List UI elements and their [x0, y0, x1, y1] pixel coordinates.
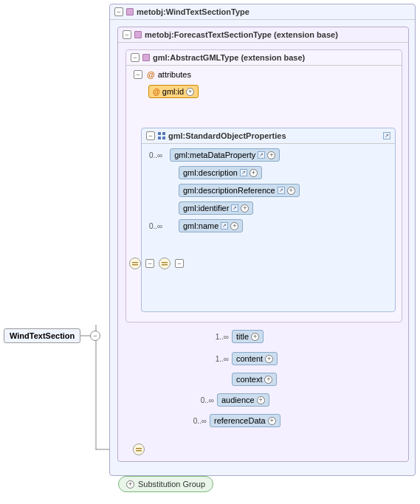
cardinality-name: 0..∞	[149, 222, 171, 230]
label-standardobjectproperties: gml:StandardObjectProperties	[168, 131, 286, 140]
collapse-abstractgmltype[interactable]: −	[131, 53, 140, 62]
gmlid-node[interactable]: @ gml:id +	[148, 85, 199, 98]
add-audience[interactable]: +	[257, 396, 265, 404]
cardinality-title: 1..∞	[207, 333, 229, 341]
descriptionreference-row: gml:descriptionReference ↗ +	[142, 181, 395, 199]
panel-abstractgmltype: − gml:AbstractGMLType (extension base) −…	[125, 49, 402, 322]
windtextsection-node: WindTextSection	[4, 328, 80, 343]
panel-title-standardobjectproperties: − gml:StandardObjectProperties	[142, 128, 395, 144]
referencedata-node[interactable]: referenceData +	[210, 414, 280, 427]
context-row: context +	[207, 373, 277, 386]
ext-link-descriptionreference[interactable]: ↗	[278, 187, 285, 194]
cardinality-audience: 0..∞	[192, 396, 214, 404]
context-node[interactable]: context +	[232, 373, 277, 386]
gml-description-node[interactable]: gml:description ↗ +	[179, 166, 262, 179]
ext-link-identifier[interactable]: ↗	[231, 204, 238, 212]
svg-rect-24	[162, 264, 168, 266]
seq-icon-bottom-container	[133, 443, 145, 455]
seq-icon-bottom[interactable]	[133, 443, 145, 455]
substitutiongroup-label: Substitution Group	[138, 480, 205, 489]
title-node[interactable]: title +	[232, 330, 264, 343]
content-node[interactable]: content +	[232, 352, 278, 365]
connector-minus-main[interactable]: −	[90, 331, 100, 341]
add-substitutiongroup[interactable]: +	[126, 480, 134, 489]
cardinality-referencedata: 0..∞	[185, 417, 207, 425]
add-identifier[interactable]: +	[241, 204, 249, 213]
gml-metadataproperty-node[interactable]: gml:metaDataProperty ↗ +	[170, 148, 280, 162]
svg-rect-21	[132, 262, 138, 263]
cardinality-metadataproperty: 0..∞	[149, 151, 162, 159]
attributes-row: − @ attributes	[126, 66, 402, 83]
collapse-seq-lower[interactable]: −	[145, 259, 154, 268]
collapse-windtextsectiontype[interactable]: −	[114, 7, 123, 16]
panel-forecasttextsectiontype: − metobj:ForecastTextSectionType (extens…	[117, 27, 409, 462]
gml-grid-icon	[158, 132, 165, 139]
seq-icon-right[interactable]	[159, 258, 171, 269]
ext-link-metadataproperty[interactable]: ↗	[258, 151, 265, 159]
collapse-forecasttextsectiontype[interactable]: −	[123, 30, 131, 39]
ext-link-standardobjectproperties[interactable]: ↗	[383, 132, 390, 139]
label-windtextsectiontype: metobj:WindTextSectionType	[137, 7, 249, 16]
add-name[interactable]: +	[230, 222, 238, 230]
type-icon-windtextsectiontype	[126, 8, 134, 15]
cardinality-content: 1..∞	[207, 355, 229, 363]
audience-row: 0..∞ audience +	[192, 393, 269, 407]
attributes-label: attributes	[158, 70, 191, 79]
collapse-seq-lower2[interactable]: −	[175, 259, 184, 268]
svg-rect-25	[136, 448, 142, 449]
add-descriptionreference[interactable]: +	[287, 187, 295, 195]
content-row: 1..∞ content +	[207, 352, 278, 365]
gmlid-label: gml:id	[162, 87, 184, 96]
add-context[interactable]: +	[264, 376, 272, 384]
identifier-row: gml:identifier ↗ +	[142, 199, 395, 216]
add-title[interactable]: +	[251, 333, 259, 341]
add-content[interactable]: +	[265, 355, 273, 363]
type-icon-forecasttextsectiontype	[134, 31, 142, 38]
label-forecasttextsectiontype: metobj:ForecastTextSectionType (extensio…	[145, 30, 338, 39]
description-row: gml:description ↗ +	[142, 163, 395, 181]
title-row: 1..∞ title +	[207, 330, 264, 343]
type-icon-abstractgmltype	[142, 54, 150, 61]
substitutiongroup-node[interactable]: + Substitution Group	[118, 476, 213, 492]
name-row: 0..∞ gml:name ↗ +	[142, 216, 395, 234]
seq-icon-left[interactable]	[129, 258, 141, 269]
collapse-attributes[interactable]: −	[134, 70, 142, 79]
label-abstractgmltype: gml:AbstractGMLType (extension base)	[153, 53, 305, 62]
svg-rect-26	[136, 450, 142, 452]
panel-title-abstractgmltype: − gml:AbstractGMLType (extension base)	[126, 50, 402, 66]
add-referencedata[interactable]: +	[268, 417, 276, 425]
gmlid-container: @ gml:id +	[126, 83, 402, 104]
panel-title-windtextsectiontype: − metobj:WindTextSectionType	[110, 4, 415, 20]
at-icon-gmlid: @	[153, 88, 160, 96]
panel-title-forecasttextsectiontype: − metobj:ForecastTextSectionType (extens…	[118, 27, 408, 43]
seq-row-lower: − −	[129, 258, 184, 269]
panel-windtextsectiontype: − metobj:WindTextSectionType − metobj:Fo…	[109, 4, 416, 476]
svg-rect-22	[132, 264, 138, 266]
gml-descriptionreference-node[interactable]: gml:descriptionReference ↗ +	[179, 184, 300, 197]
svg-rect-23	[162, 262, 168, 263]
metadataproperty-row: 0..∞ gml:metaDataProperty ↗ +	[142, 144, 395, 163]
windtextsection-label: WindTextSection	[10, 331, 75, 340]
audience-node[interactable]: audience +	[217, 393, 269, 407]
at-symbol: @	[147, 70, 155, 79]
gml-name-node[interactable]: gml:name ↗ +	[179, 219, 243, 232]
diagram-container: WindTextSection − − metobj:WindTextSecti…	[0, 0, 420, 504]
gmlid-add[interactable]: +	[186, 88, 194, 96]
panel-standardobjectproperties: − gml:StandardObjectProperties	[141, 128, 396, 312]
ext-link-description[interactable]: ↗	[240, 169, 247, 176]
referencedata-row: 0..∞ referenceData +	[185, 414, 280, 427]
gml-identifier-node[interactable]: gml:identifier ↗ +	[179, 201, 253, 215]
add-description[interactable]: +	[249, 169, 258, 177]
collapse-standardobjectproperties[interactable]: −	[146, 131, 155, 140]
add-metadataproperty[interactable]: +	[267, 151, 275, 159]
ext-link-name[interactable]: ↗	[221, 222, 228, 229]
